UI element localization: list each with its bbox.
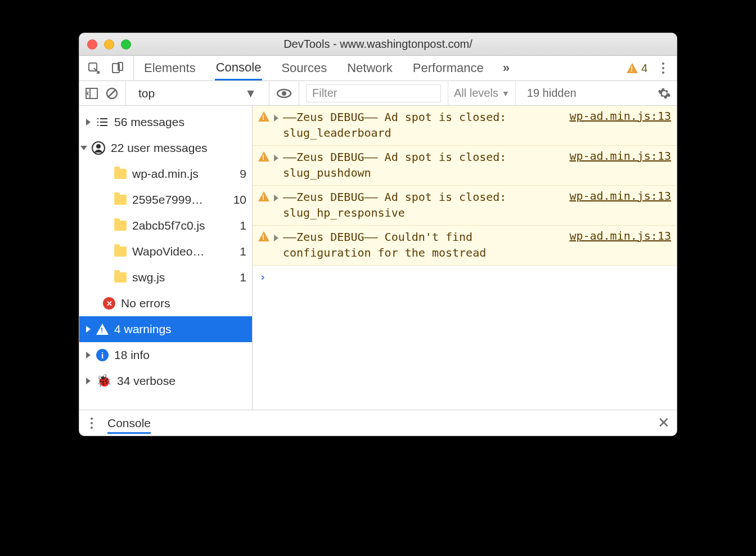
tab-console[interactable]: Console [215,56,263,80]
settings-menu-icon[interactable] [658,62,669,74]
inspect-icon[interactable] [87,61,101,75]
collapse-icon [80,146,87,150]
expand-icon [274,115,278,122]
clear-console-icon[interactable] [105,87,119,100]
tab-performance[interactable]: Performance [412,56,485,80]
log-source-link[interactable]: wp-ad.min.js:13 [569,109,671,123]
chevron-down-icon: ▼ [502,89,510,98]
log-entry[interactable]: ——Zeus DEBUG—— Ad spot is closed: slug_h… [253,186,677,226]
file-name: swg.js [132,271,165,284]
tab-network[interactable]: Network [346,56,394,80]
sidebar-messages-label: 56 messages [114,115,184,129]
sidebar-warnings[interactable]: ! 4 warnings [79,316,252,342]
warning-icon [258,111,269,122]
close-window-button[interactable] [87,39,97,50]
filter-placeholder: Filter [312,87,337,100]
info-icon: i [96,349,109,361]
expand-icon [274,155,278,162]
console-prompt[interactable]: › [253,266,677,288]
main-tab-strip: Elements Console Sources Network Perform… [79,56,677,81]
file-name: 2abcb5f7c0.js [132,219,205,232]
log-message: ——Zeus DEBUG—— Couldn't find configurati… [283,229,565,261]
filter-input[interactable]: Filter [306,84,441,102]
folder-icon [114,195,127,205]
expand-icon [86,326,91,333]
close-drawer-icon[interactable]: ✕ [658,414,670,432]
toggle-sidebar-icon[interactable] [85,87,98,100]
warnings-label: 4 warnings [114,322,172,336]
warning-icon [258,191,269,201]
gear-icon[interactable] [658,87,671,100]
drawer: Console ✕ [79,410,677,436]
maximize-window-button[interactable] [121,39,131,50]
folder-icon [114,246,127,257]
hidden-count[interactable]: 19 hidden [523,87,581,100]
no-errors-label: No errors [121,297,170,310]
file-name: WapoVideo… [132,245,204,258]
file-count: 1 [240,245,246,258]
sidebar-no-errors[interactable]: No errors [79,290,252,316]
list-icon [96,117,109,127]
file-count: 1 [240,219,246,232]
sidebar-info[interactable]: i 18 info [79,342,252,368]
sidebar-file-item[interactable]: swg.js 1 [79,264,252,290]
log-message: ——Zeus DEBUG—— Ad spot is closed: slug_l… [283,109,565,141]
expand-icon [274,195,278,201]
expand-icon [86,378,91,384]
file-count: 9 [240,167,246,181]
warning-icon [258,151,269,162]
log-message: ——Zeus DEBUG—— Ad spot is closed: slug_p… [283,149,565,181]
window-controls [87,39,131,50]
minimize-window-button[interactable] [104,39,114,50]
log-source-link[interactable]: wp-ad.min.js:13 [569,189,671,203]
context-value: top [138,87,155,100]
log-levels-selector[interactable]: All levels ▼ [448,81,516,105]
chevron-down-icon: ▼ [245,87,256,100]
log-entry[interactable]: ——Zeus DEBUG—— Ad spot is closed: slug_p… [253,146,677,186]
tab-elements[interactable]: Elements [143,56,197,80]
log-source-link[interactable]: wp-ad.min.js:13 [569,149,671,163]
device-toggle-icon[interactable] [111,61,124,75]
tab-sources[interactable]: Sources [280,56,328,80]
expand-icon [274,235,278,241]
drawer-tab-console[interactable]: Console [107,412,151,434]
svg-point-8 [282,91,286,96]
folder-icon [114,221,127,231]
log-entry[interactable]: ——Zeus DEBUG—— Couldn't find configurati… [253,226,677,266]
sidebar-file-item[interactable]: 2abcb5f7c0.js 1 [79,213,252,239]
sidebar-messages[interactable]: 56 messages [79,109,252,135]
console-body: 56 messages 22 user messages wp-ad.min.j… [79,106,677,410]
console-log-area: ——Zeus DEBUG—— Ad spot is closed: slug_l… [253,106,677,410]
user-icon [92,141,105,155]
log-message: ——Zeus DEBUG—— Ad spot is closed: slug_h… [283,189,565,221]
svg-line-6 [109,90,115,97]
warning-count-badge[interactable]: 4 [627,62,647,75]
warning-icon [627,63,638,73]
log-entry[interactable]: ——Zeus DEBUG—— Ad spot is closed: slug_l… [253,106,677,146]
context-selector[interactable]: top ▼ [133,87,262,100]
drawer-menu-icon[interactable] [86,418,97,429]
sidebar-verbose[interactable]: 🐞 34 verbose [79,368,252,394]
svg-point-16 [96,144,101,149]
devtools-window: DevTools - www.washingtonpost.com/ Eleme… [79,33,677,436]
sidebar-file-item[interactable]: wp-ad.min.js 9 [79,161,252,187]
log-source-link[interactable]: wp-ad.min.js:13 [569,229,671,243]
warning-icon: ! [96,324,109,335]
console-sidebar: 56 messages 22 user messages wp-ad.min.j… [79,106,253,410]
sidebar-user-messages-label: 22 user messages [111,141,208,155]
file-name: wp-ad.min.js [132,167,199,181]
bug-icon: 🐞 [96,374,111,388]
folder-icon [114,272,127,283]
window-titlebar: DevTools - www.washingtonpost.com/ [79,33,677,56]
sidebar-file-item[interactable]: WapoVideo… 1 [79,239,252,264]
expand-icon [86,352,91,358]
file-count: 1 [240,271,246,284]
verbose-label: 34 verbose [117,374,176,388]
file-count: 10 [233,193,246,207]
sidebar-file-item[interactable]: 2595e7999… 10 [79,187,252,213]
warning-count-text: 4 [641,62,647,75]
console-toolbar: top ▼ Filter All levels ▼ 19 hidden [79,81,677,106]
live-expression-icon[interactable] [276,88,292,99]
sidebar-user-messages[interactable]: 22 user messages [79,135,252,161]
more-tabs-icon[interactable]: » [503,61,510,75]
